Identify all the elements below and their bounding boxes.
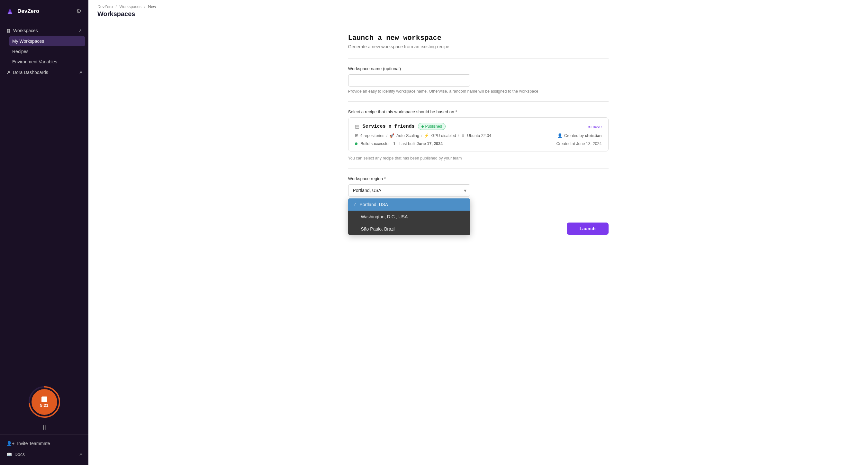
sidebar-header: DevZero ⚙ xyxy=(0,0,88,23)
page-title: Workspaces xyxy=(97,10,859,18)
stop-icon xyxy=(41,397,47,402)
breadcrumb-workspaces[interactable]: Workspaces xyxy=(119,4,142,9)
remove-recipe-button[interactable]: remove xyxy=(588,124,601,129)
build-status-text: Build successful xyxy=(361,142,390,146)
gpu-label: GPU disabled xyxy=(431,133,456,138)
workspaces-submenu: My Workspaces Recipes Environment Variab… xyxy=(3,36,85,67)
recipe-card: ▤ Services n friends Published remove ⊞ … xyxy=(348,117,609,152)
recipe-card-header: ▤ Services n friends Published remove xyxy=(355,123,602,130)
workspace-name-input[interactable] xyxy=(348,74,470,87)
last-built-text: Last built June 17, 2024 xyxy=(399,142,443,146)
docs-external-icon: ↗ xyxy=(79,453,82,457)
sidebar-navigation: ▦ Workspaces ∧ My Workspaces Recipes Env… xyxy=(0,23,88,377)
dropdown-item-washington[interactable]: Washington, D.C., USA xyxy=(348,211,470,223)
external-link-icon: ↗ xyxy=(79,70,82,74)
dropdown-saopaulo-label: São Paulo, Brazil xyxy=(361,226,396,231)
topbar: DevZero / Workspaces / New Workspaces xyxy=(88,0,868,21)
created-at-date: June 13, 2024 xyxy=(576,142,601,146)
user-icon: 👤 xyxy=(557,133,563,138)
build-status-dot xyxy=(355,143,358,145)
sidebar-item-workspaces[interactable]: ▦ Workspaces ∧ xyxy=(3,25,85,36)
dropdown-portland-label: Portland, USA xyxy=(360,202,389,207)
timer-button[interactable]: 5:21 xyxy=(31,389,57,415)
docs-icon: 📖 xyxy=(6,452,12,457)
creator-name: christian xyxy=(585,133,601,138)
region-label: Workspace region * xyxy=(348,176,609,181)
region-dropdown[interactable]: ✓ Portland, USA Washington, D.C., USA Sã… xyxy=(348,198,470,235)
sidebar-item-my-workspaces[interactable]: My Workspaces xyxy=(9,36,85,46)
sidebar-item-my-workspaces-label: My Workspaces xyxy=(12,39,44,44)
repo-icon: ⊞ xyxy=(355,133,359,138)
sidebar-item-recipes-label: Recipes xyxy=(12,49,29,54)
badge-dot xyxy=(422,125,424,128)
form-container: Launch a new workspace Generate a new wo… xyxy=(339,21,618,254)
scaling-icon: 🚀 xyxy=(389,133,395,138)
sidebar-item-recipes[interactable]: Recipes xyxy=(9,46,85,57)
recipe-name: Services n friends xyxy=(363,124,415,129)
region-select[interactable]: Portland, USA Washington, D.C., USA São … xyxy=(348,184,470,196)
repo-count: 4 repositories xyxy=(361,133,384,138)
recipe-meta: ⊞ 4 repositories / 🚀 Auto-Scaling / ⚡ GP… xyxy=(355,133,602,138)
recipe-section-label: Select a recipe that this workspace shou… xyxy=(348,109,609,114)
sidebar-footer: 👤+ Invite Teammate 📖 Docs ↗ xyxy=(0,434,88,465)
divider-3 xyxy=(348,168,609,168)
breadcrumb-sep-1: / xyxy=(116,4,116,9)
sidebar-item-env-vars-label: Environment Variables xyxy=(12,59,57,64)
dropdown-item-saopaulo[interactable]: São Paulo, Brazil xyxy=(348,223,470,235)
auto-scaling-label: Auto-Scaling xyxy=(396,133,419,138)
sidebar: DevZero ⚙ ▦ Workspaces ∧ My Workspaces R… xyxy=(0,0,88,465)
workspaces-icon: ▦ xyxy=(6,28,10,33)
os-icon: 🖥 xyxy=(461,133,465,138)
workspace-name-label: Workspace name (optional) xyxy=(348,66,609,71)
app-name: DevZero xyxy=(18,8,39,14)
main-content: DevZero / Workspaces / New Workspaces La… xyxy=(88,0,868,465)
created-at-text: Created at June 13, 2024 xyxy=(556,142,601,146)
divider-1 xyxy=(348,58,609,59)
settings-button[interactable]: ⚙ xyxy=(75,6,83,16)
app-logo[interactable]: DevZero xyxy=(6,7,39,16)
breadcrumb: DevZero / Workspaces / New xyxy=(97,4,859,9)
invite-icon: 👤+ xyxy=(6,441,14,446)
sidebar-item-dora-dashboards[interactable]: ↗ Dora Dashboards ↗ xyxy=(3,67,85,78)
os-label: Ubuntu 22.04 xyxy=(467,133,491,138)
invite-teammate-label: Invite Teammate xyxy=(17,441,50,446)
sidebar-item-env-vars[interactable]: Environment Variables xyxy=(9,57,85,67)
timer-display: 5:21 xyxy=(40,403,48,408)
region-section: Workspace region * Portland, USA Washing… xyxy=(348,176,609,204)
form-subtitle: Generate a new workspace from an existin… xyxy=(348,44,609,49)
recipe-hint: You can select any recipe that has been … xyxy=(348,156,609,160)
breadcrumb-sep-2: / xyxy=(144,4,145,9)
dropdown-item-portland[interactable]: ✓ Portland, USA xyxy=(348,198,470,211)
region-select-wrapper: Portland, USA Washington, D.C., USA São … xyxy=(348,184,470,196)
launch-button[interactable]: Launch xyxy=(567,222,609,235)
published-badge: Published xyxy=(418,123,446,130)
chart-icon: ↗ xyxy=(6,70,10,75)
docs-button[interactable]: 📖 Docs ↗ xyxy=(3,449,85,460)
recipe-doc-icon: ▤ xyxy=(355,123,360,129)
upload-icon: ⬆ xyxy=(393,141,396,146)
timer-widget[interactable]: 5:21 xyxy=(28,386,60,418)
recipe-title-row: ▤ Services n friends Published xyxy=(355,123,446,130)
invite-teammate-button[interactable]: 👤+ Invite Teammate xyxy=(3,438,85,449)
form-title: Launch a new workspace xyxy=(348,34,609,42)
check-icon: ✓ xyxy=(353,202,356,207)
sidebar-item-dora-label: Dora Dashboards xyxy=(13,70,48,75)
recipe-section: Select a recipe that this workspace shou… xyxy=(348,109,609,160)
breadcrumb-devzero[interactable]: DevZero xyxy=(97,4,113,9)
sidebar-item-workspaces-label: Workspaces xyxy=(13,28,38,33)
badge-label: Published xyxy=(425,124,442,129)
docs-label: Docs xyxy=(14,452,25,457)
workspace-name-hint: Provide an easy to identify workspace na… xyxy=(348,89,609,94)
recipe-build-info: Build successful ⬆ Last built June 17, 2… xyxy=(355,141,602,146)
build-left: Build successful ⬆ Last built June 17, 2… xyxy=(355,141,443,146)
chevron-up-icon: ∧ xyxy=(79,28,82,33)
divider-2 xyxy=(348,101,609,102)
pause-button[interactable]: ⏸ xyxy=(41,424,48,431)
created-by-info: 👤 Created by christian xyxy=(557,133,602,138)
dropdown-washington-label: Washington, D.C., USA xyxy=(361,214,408,219)
workspace-name-field: Workspace name (optional) Provide an eas… xyxy=(348,66,609,94)
last-built-date: June 17, 2024 xyxy=(416,142,443,146)
breadcrumb-new: New xyxy=(148,4,156,9)
gpu-icon: ⚡ xyxy=(424,133,429,138)
